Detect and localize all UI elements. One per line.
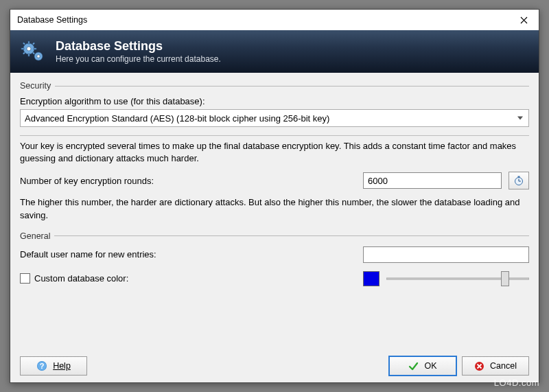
close-button[interactable] <box>509 10 539 30</box>
svg-text:?: ? <box>40 362 45 370</box>
help-button[interactable]: ? Help <box>20 356 87 376</box>
security-group-label: Security <box>20 81 51 91</box>
rounds-label: Number of key encryption rounds: <box>20 176 356 186</box>
close-icon <box>520 16 528 24</box>
divider <box>20 135 529 136</box>
username-input[interactable] <box>363 246 529 263</box>
button-row: ? Help OK Cancel <box>20 352 529 376</box>
svg-rect-3 <box>28 54 30 56</box>
color-slider[interactable] <box>386 271 529 286</box>
general-group: General Default user name for new entrie… <box>20 231 529 286</box>
custom-color-checkbox[interactable] <box>20 273 30 284</box>
svg-rect-8 <box>32 43 35 45</box>
svg-rect-13 <box>518 176 520 178</box>
ok-button[interactable]: OK <box>389 356 456 376</box>
encryption-algo-label: Encryption algorithm to use (for this da… <box>20 96 529 106</box>
encryption-algo-select[interactable]: Advanced Encryption Standard (AES) (128-… <box>20 109 529 127</box>
check-icon <box>408 361 419 371</box>
rounds-benchmark-button[interactable] <box>509 172 529 189</box>
gears-icon <box>20 38 46 65</box>
rounds-input[interactable]: 6000 <box>363 172 502 189</box>
header-subtitle: Here you can configure the current datab… <box>56 54 221 64</box>
svg-rect-6 <box>23 43 25 45</box>
help-button-label: Help <box>53 361 71 371</box>
svg-rect-9 <box>23 52 25 55</box>
header-title: Database Settings <box>56 39 221 54</box>
header-text: Database Settings Here you can configure… <box>56 39 221 64</box>
ok-button-label: OK <box>424 361 436 371</box>
content-area: Security Encryption algorithm to use (fo… <box>10 73 539 382</box>
cancel-button-label: Cancel <box>490 361 517 371</box>
general-group-label: General <box>20 231 50 241</box>
slider-thumb[interactable] <box>501 271 509 286</box>
svg-rect-5 <box>34 48 36 49</box>
titlebar: Database Settings <box>10 10 539 30</box>
window-title: Database Settings <box>17 15 509 25</box>
header-banner: Database Settings Here you can configure… <box>10 30 539 73</box>
custom-color-checkbox-label[interactable]: Custom database color: <box>20 273 356 284</box>
cancel-button[interactable]: Cancel <box>462 356 529 376</box>
watermark: LO4D.com <box>494 378 539 388</box>
dialog-window: Database Settings Database Settings Here… <box>10 9 539 383</box>
username-label: Default user name for new entries: <box>20 249 356 260</box>
custom-color-label: Custom database color: <box>34 273 128 284</box>
svg-point-1 <box>27 47 31 51</box>
rounds-value: 6000 <box>368 176 388 186</box>
divider <box>54 235 529 236</box>
color-swatch[interactable] <box>363 271 379 286</box>
svg-rect-4 <box>21 48 24 49</box>
divider <box>55 86 529 87</box>
rounds-note: The higher this number, the harder are d… <box>20 196 529 221</box>
help-icon: ? <box>36 360 47 371</box>
svg-rect-2 <box>28 41 30 44</box>
security-group: Security Encryption algorithm to use (fo… <box>20 81 529 222</box>
encryption-algo-value: Advanced Encryption Standard (AES) (128-… <box>25 113 329 124</box>
cancel-icon <box>474 361 484 371</box>
clock-icon <box>513 175 524 186</box>
key-info-text: Your key is encrypted several times to m… <box>20 140 529 165</box>
svg-point-11 <box>37 55 40 58</box>
svg-rect-7 <box>32 52 35 55</box>
